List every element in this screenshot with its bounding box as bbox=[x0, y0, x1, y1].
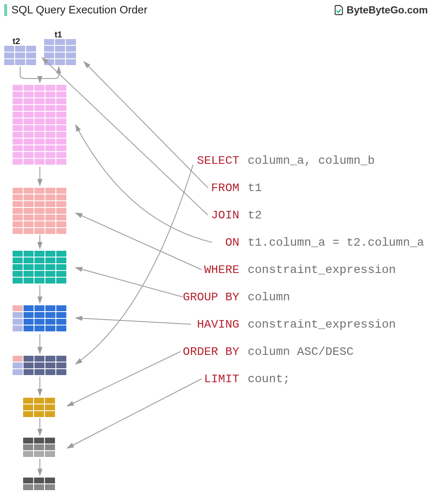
sql-groupby: GROUP BY column bbox=[172, 291, 290, 304]
label-t1: t1 bbox=[55, 30, 62, 39]
brand-text: ByteByteGo.com bbox=[347, 4, 428, 16]
grid-groupby bbox=[13, 251, 66, 284]
kw-orderby: ORDER BY bbox=[172, 345, 239, 358]
page-title: SQL Query Execution Order bbox=[11, 3, 147, 16]
kw-join: JOIN bbox=[172, 209, 239, 222]
grid-final bbox=[23, 478, 55, 490]
sql-having: HAVING constraint_expression bbox=[172, 318, 396, 331]
arg-having: constraint_expression bbox=[248, 318, 396, 331]
kw-from: FROM bbox=[172, 181, 239, 194]
sql-limit: LIMIT count; bbox=[172, 373, 290, 386]
sql-orderby: ORDER BY column ASC/DESC bbox=[172, 345, 353, 358]
grid-limit bbox=[23, 438, 55, 457]
sql-from: FROM t1 bbox=[172, 181, 262, 194]
kw-on: ON bbox=[172, 236, 239, 249]
diagram-canvas: t2 t1 SELECT column_a, column_b FROM t1 … bbox=[0, 20, 432, 503]
arg-groupby: column bbox=[248, 291, 290, 304]
grid-orderby bbox=[23, 398, 55, 417]
kw-groupby: GROUP BY bbox=[172, 291, 239, 304]
arg-from: t1 bbox=[248, 181, 262, 194]
arg-join: t2 bbox=[248, 209, 262, 222]
arg-where: constraint_expression bbox=[248, 263, 396, 276]
grid-where bbox=[13, 188, 66, 234]
arg-on: t1.column_a = t2.column_a bbox=[248, 236, 424, 249]
brand: ByteByteGo.com bbox=[333, 4, 428, 16]
kw-where: WHERE bbox=[172, 263, 239, 276]
title-wrap: SQL Query Execution Order bbox=[4, 3, 147, 16]
grid-select bbox=[13, 356, 66, 375]
arg-orderby: column ASC/DESC bbox=[248, 345, 353, 358]
header: SQL Query Execution Order ByteByteGo.com bbox=[0, 0, 432, 20]
grid-t1 bbox=[44, 39, 76, 65]
kw-limit: LIMIT bbox=[172, 373, 239, 386]
grid-join bbox=[13, 85, 66, 165]
title-accent bbox=[4, 4, 7, 16]
kw-select: SELECT bbox=[172, 154, 239, 167]
grid-t2 bbox=[4, 46, 36, 65]
sql-select: SELECT column_a, column_b bbox=[172, 154, 374, 167]
label-t2: t2 bbox=[13, 37, 20, 46]
arg-select: column_a, column_b bbox=[248, 154, 374, 167]
kw-having: HAVING bbox=[172, 318, 239, 331]
sql-where: WHERE constraint_expression bbox=[172, 263, 396, 276]
sql-join: JOIN t2 bbox=[172, 209, 262, 222]
sql-on: ON t1.column_a = t2.column_a bbox=[172, 236, 424, 249]
brand-icon bbox=[333, 5, 344, 16]
grid-having bbox=[13, 305, 66, 331]
arg-limit: count; bbox=[248, 373, 290, 386]
